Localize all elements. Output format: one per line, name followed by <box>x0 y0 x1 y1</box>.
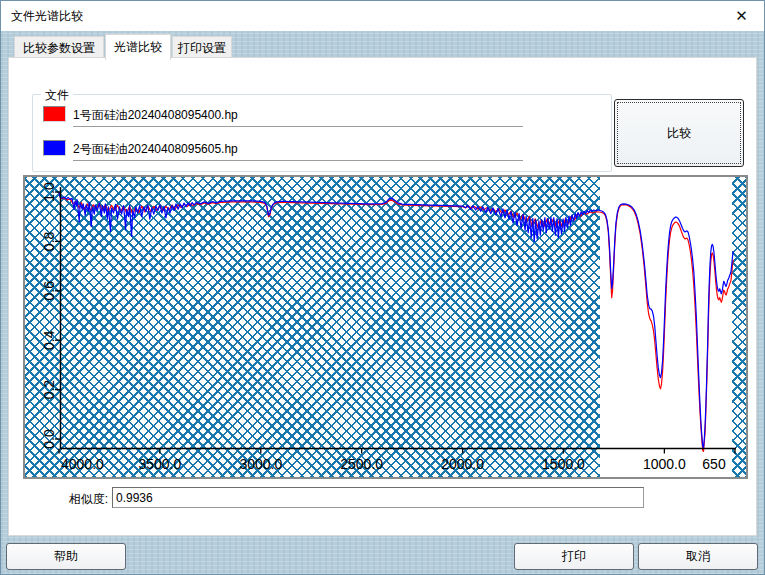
tab-compare-params[interactable]: 比较参数设置 <box>14 36 104 58</box>
x-tick-label: 1500.0 <box>542 456 585 472</box>
tab-page: 文件 1号面硅油20240408095400.hp 2号面硅油202404080… <box>8 57 757 536</box>
x-tick-label: 3500.0 <box>138 456 181 472</box>
tab-print-settings[interactable]: 打印设置 <box>172 36 232 58</box>
file-underline-2 <box>73 160 523 161</box>
close-icon[interactable]: ✕ <box>719 1 764 31</box>
compare-button[interactable]: 比较 <box>614 99 744 167</box>
y-tick-label: 1.0 <box>41 182 57 202</box>
tab-spectrum-compare[interactable]: 光谱比较 <box>105 34 171 60</box>
cancel-button[interactable]: 取消 <box>638 543 758 570</box>
x-tick-label: 1000.0 <box>643 456 686 472</box>
x-tick-label: 4000.0 <box>61 456 104 472</box>
y-tick-label: 0.2 <box>41 380 57 400</box>
color-swatch-red <box>43 106 66 122</box>
title-bar: 文件光谱比较 ✕ <box>1 1 764 31</box>
file-row-1[interactable]: 1号面硅油20240408095400.hp <box>43 105 599 125</box>
x-tick-label: 650 <box>702 456 726 472</box>
y-tick-label: 0.6 <box>41 281 57 301</box>
similarity-label: 相似度: <box>60 491 108 508</box>
x-tick-label: 2000.0 <box>441 456 484 472</box>
files-group-label: 文件 <box>41 87 73 104</box>
y-tick-label: 0.8 <box>41 231 57 251</box>
print-button[interactable]: 打印 <box>514 543 634 570</box>
similarity-input[interactable] <box>112 487 644 508</box>
spectrum-chart-panel[interactable]: 4000.03500.03000.02500.02000.01500.01000… <box>23 175 748 479</box>
file-name-2: 2号面硅油20240408095605.hp <box>73 141 238 158</box>
y-tick-label: 0.0 <box>41 429 57 449</box>
spectrum-line-2 <box>59 192 734 448</box>
help-button[interactable]: 帮助 <box>6 543 126 570</box>
spectrum-line-1 <box>59 193 734 451</box>
files-groupbox: 文件 1号面硅油20240408095400.hp 2号面硅油202404080… <box>32 94 612 172</box>
file-underline-1 <box>73 126 523 127</box>
y-tick-label: 0.4 <box>41 330 57 350</box>
dialog-window: 文件光谱比较 ✕ 比较参数设置 光谱比较 打印设置 文件 1号面硅油202404… <box>0 0 765 575</box>
spectrum-chart: 4000.03500.03000.02500.02000.01500.01000… <box>25 177 746 477</box>
x-tick-label: 2500.0 <box>340 456 383 472</box>
x-tick-label: 3000.0 <box>239 456 282 472</box>
file-name-1: 1号面硅油20240408095400.hp <box>73 107 238 124</box>
file-row-2[interactable]: 2号面硅油20240408095605.hp <box>43 139 599 159</box>
window-title: 文件光谱比较 <box>1 8 83 25</box>
color-swatch-blue <box>43 140 66 156</box>
